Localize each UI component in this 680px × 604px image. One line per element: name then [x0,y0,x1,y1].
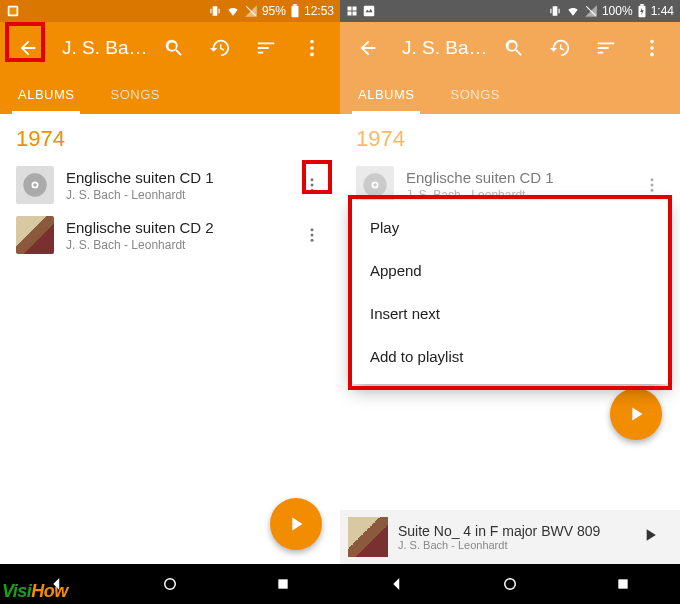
album-text: Englische suiten CD 1 J. S. Bach - Leonh… [406,169,622,202]
play-fab[interactable] [610,388,662,440]
svg-point-27 [650,40,654,44]
album-subtitle: J. S. Bach - Leonhardt [66,188,282,202]
signal-icon [244,4,258,18]
battery-charging-icon [637,4,647,18]
wifi-icon [226,4,240,18]
svg-point-34 [651,184,654,187]
tab-songs[interactable]: SONGS [432,74,517,114]
search-button[interactable] [494,28,534,68]
svg-point-6 [310,46,314,50]
album-title: Englische suiten CD 1 [66,169,282,186]
svg-rect-20 [353,7,357,11]
app-bar: J. S. Bach -... [0,22,340,74]
tab-songs[interactable]: SONGS [92,74,177,114]
album-art-icon [16,166,54,204]
album-title: Englische suiten CD 1 [406,169,622,186]
svg-point-32 [373,183,377,187]
row-menu-button[interactable] [294,167,330,203]
row-menu-button[interactable] [634,167,670,203]
nav-recent[interactable] [253,564,313,604]
svg-rect-1 [10,8,17,15]
notification-icon [362,4,376,18]
svg-point-15 [311,234,314,237]
nav-home[interactable] [140,564,200,604]
back-button[interactable] [8,28,48,68]
vibrate-icon [548,4,562,18]
svg-point-10 [33,183,37,187]
year-header: 1974 [0,114,340,160]
status-bar: 95% 12:53 [0,0,340,22]
overflow-button[interactable] [632,28,672,68]
now-playing-text: Suite No_ 4 in F major BWV 809 J. S. Bac… [398,523,630,551]
nav-back[interactable] [367,564,427,604]
history-button[interactable] [200,28,240,68]
wifi-icon [566,4,580,18]
history-button[interactable] [540,28,580,68]
overflow-button[interactable] [292,28,332,68]
svg-point-16 [311,239,314,242]
nav-home[interactable] [480,564,540,604]
album-row[interactable]: Englische suiten CD 2 J. S. Bach - Leonh… [0,210,340,260]
svg-rect-3 [291,6,298,17]
album-row[interactable]: Englische suiten CD 1 J. S. Bach - Leonh… [0,160,340,210]
svg-rect-37 [619,579,628,588]
play-fab[interactable] [270,498,322,550]
menu-play[interactable]: Play [352,206,668,249]
svg-point-35 [651,189,654,192]
context-menu: Play Append Insert next Add to playlist [352,200,668,384]
battery-pct: 100% [602,4,633,18]
sort-button[interactable] [586,28,626,68]
svg-point-14 [311,228,314,231]
back-button[interactable] [348,28,388,68]
album-text: Englische suiten CD 2 J. S. Bach - Leonh… [66,219,282,252]
notification-icon [6,4,20,18]
svg-point-12 [311,184,314,187]
tabs: ALBUMS SONGS [340,74,680,114]
status-bar: 100% 1:44 [340,0,680,22]
svg-point-28 [650,46,654,50]
menu-append[interactable]: Append [352,249,668,292]
tab-albums[interactable]: ALBUMS [0,74,92,114]
now-playing-bar[interactable]: Suite No_ 4 in F major BWV 809 J. S. Bac… [340,510,680,564]
svg-rect-26 [640,4,644,6]
year-header: 1974 [340,114,680,160]
svg-point-7 [310,53,314,57]
svg-point-29 [650,53,654,57]
now-playing-title: Suite No_ 4 in F major BWV 809 [398,523,630,539]
menu-add-to-playlist[interactable]: Add to playlist [352,335,668,378]
svg-rect-19 [348,7,352,11]
album-subtitle: J. S. Bach - Leonhardt [66,238,282,252]
page-title: J. S. Bach -... [394,37,488,59]
nav-recent[interactable] [593,564,653,604]
now-playing-art [348,517,388,557]
clock: 1:44 [651,4,674,18]
album-art-icon [16,216,54,254]
svg-rect-4 [293,4,297,6]
svg-rect-22 [353,12,357,16]
phone-right: 100% 1:44 J. S. Bach -... ALBUMS SONGS 1… [340,0,680,604]
svg-point-17 [165,579,176,590]
sort-button[interactable] [246,28,286,68]
phone-left: 95% 12:53 J. S. Bach -... ALBUMS SONGS 1… [0,0,340,604]
svg-rect-21 [348,12,352,16]
menu-insert-next[interactable]: Insert next [352,292,668,335]
svg-point-5 [310,40,314,44]
nav-bar [340,564,680,604]
row-menu-button[interactable] [294,217,330,253]
vibrate-icon [208,4,222,18]
now-playing-play-button[interactable] [640,525,672,549]
album-title: Englische suiten CD 2 [66,219,282,236]
watermark: VisiHow [2,581,68,602]
battery-pct: 95% [262,4,286,18]
svg-point-36 [505,579,516,590]
svg-point-33 [651,178,654,181]
now-playing-subtitle: J. S. Bach - Leonhardt [398,539,630,551]
search-button[interactable] [154,28,194,68]
notification-icon [346,5,358,17]
tab-albums[interactable]: ALBUMS [340,74,432,114]
tabs: ALBUMS SONGS [0,74,340,114]
battery-icon [290,4,300,18]
content: 1974 Englische suiten CD 1 J. S. Bach - … [0,114,340,564]
svg-point-11 [311,178,314,181]
album-art-icon [356,166,394,204]
